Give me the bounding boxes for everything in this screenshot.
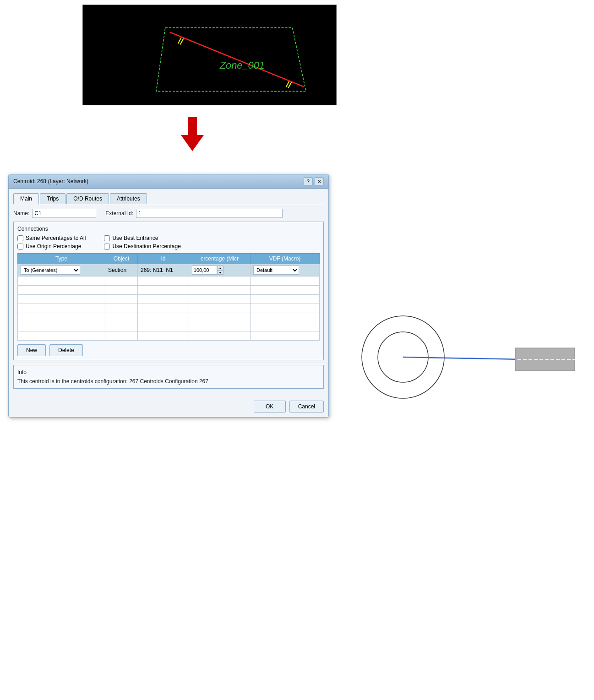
delete-button[interactable]: Delete — [49, 344, 83, 356]
checkbox-use-origin: Use Origin Percentage — [17, 243, 86, 250]
empty-row-2 — [18, 286, 320, 295]
svg-line-10 — [403, 357, 522, 359]
cb-use-best-entrance[interactable] — [104, 235, 110, 241]
tab-trips[interactable]: Trips — [40, 193, 65, 204]
cell-vdf: Default — [250, 264, 319, 277]
down-arrow — [179, 117, 206, 153]
centroid-visualization — [348, 293, 577, 421]
zone-visualization: Zone_001 — [82, 5, 337, 105]
info-group-label: Info — [17, 369, 320, 375]
type-dropdown[interactable]: To (Generates) From (Attracts) — [21, 266, 80, 275]
tab-main[interactable]: Main — [13, 193, 39, 204]
vdf-dropdown[interactable]: Default — [253, 266, 299, 275]
ok-button[interactable]: OK — [254, 401, 286, 412]
dialog-main-content: Main Trips O/D Routes Attributes Name: E… — [9, 189, 328, 398]
info-text: This centroid is in the centroids config… — [17, 378, 320, 385]
cell-percentage: ▲ ▼ — [189, 264, 250, 277]
checkbox-use-best-entrance: Use Best Entrance — [104, 235, 180, 241]
cb-same-percentages-label: Same Percentages to All — [26, 235, 86, 241]
cb-use-origin[interactable] — [17, 244, 23, 250]
col-percentage: ercentage (Micr — [189, 254, 250, 264]
svg-text:Zone_001: Zone_001 — [219, 60, 265, 71]
spinner-down[interactable]: ▼ — [217, 270, 223, 275]
cb-same-percentages[interactable] — [17, 235, 23, 241]
name-row: Name: External Id: — [13, 209, 324, 218]
col-vdf: VDF (Macro) — [250, 254, 319, 264]
external-id-input[interactable] — [136, 209, 283, 218]
dialog-title: Centroid: 268 (Layer: Network) — [13, 178, 88, 184]
svg-line-5 — [288, 82, 291, 88]
table-action-buttons: New Delete — [17, 344, 320, 356]
tab-bar: Main Trips O/D Routes Attributes — [13, 193, 324, 204]
percentage-input[interactable] — [192, 266, 217, 275]
svg-marker-7 — [181, 117, 204, 151]
checkbox-col-right: Use Best Entrance Use Destination Percen… — [104, 235, 180, 250]
empty-row-3 — [18, 295, 320, 304]
checkbox-col-left: Same Percentages to All Use Origin Perce… — [17, 235, 86, 250]
svg-line-3 — [180, 38, 184, 44]
dialog-close-button[interactable]: ✕ — [315, 177, 324, 185]
dialog-footer: OK Cancel — [9, 398, 328, 417]
tab-od-routes[interactable]: O/D Routes — [66, 193, 109, 204]
connections-table: Type Object Id ercentage (Micr VDF (Macr… — [17, 253, 320, 341]
dialog-controls: ? ✕ — [304, 177, 324, 185]
cb-use-destination[interactable] — [104, 244, 110, 250]
cell-type: To (Generates) From (Attracts) — [18, 264, 105, 277]
cell-id: 269: N11_N1 — [137, 264, 189, 277]
checkbox-same-percentages: Same Percentages to All — [17, 235, 86, 241]
empty-row-5 — [18, 313, 320, 322]
external-id-label: External Id: — [105, 210, 133, 217]
col-id: Id — [137, 254, 189, 264]
tab-attributes[interactable]: Attributes — [110, 193, 147, 204]
new-button[interactable]: New — [17, 344, 46, 356]
centroid-dialog: Centroid: 268 (Layer: Network) ? ✕ Main … — [8, 174, 329, 418]
col-type: Type — [18, 254, 105, 264]
name-label: Name: — [13, 210, 29, 217]
svg-line-4 — [286, 81, 289, 87]
spinner-buttons: ▲ ▼ — [217, 266, 223, 275]
spinner-up[interactable]: ▲ — [217, 266, 223, 270]
cb-use-destination-label: Use Destination Percentage — [112, 243, 180, 250]
name-input[interactable] — [32, 209, 96, 218]
connections-group: Connections Same Percentages to All Use … — [13, 222, 324, 360]
cancel-button[interactable]: Cancel — [289, 401, 324, 412]
empty-row-6 — [18, 322, 320, 331]
cb-use-best-entrance-label: Use Best Entrance — [112, 235, 158, 241]
dialog-titlebar: Centroid: 268 (Layer: Network) ? ✕ — [9, 174, 328, 189]
checkbox-use-destination: Use Destination Percentage — [104, 243, 180, 250]
empty-row-1 — [18, 277, 320, 286]
connections-label: Connections — [17, 226, 320, 232]
col-object: Object — [105, 254, 138, 264]
table-row[interactable]: To (Generates) From (Attracts) Section 2… — [18, 264, 320, 277]
empty-row-7 — [18, 331, 320, 341]
info-group: Info This centroid is in the centroids c… — [13, 365, 324, 389]
cell-object: Section — [105, 264, 138, 277]
empty-row-4 — [18, 304, 320, 313]
checkbox-group: Same Percentages to All Use Origin Perce… — [17, 235, 320, 250]
svg-line-2 — [178, 38, 181, 43]
cb-use-origin-label: Use Origin Percentage — [26, 243, 81, 250]
dialog-help-button[interactable]: ? — [304, 177, 313, 185]
